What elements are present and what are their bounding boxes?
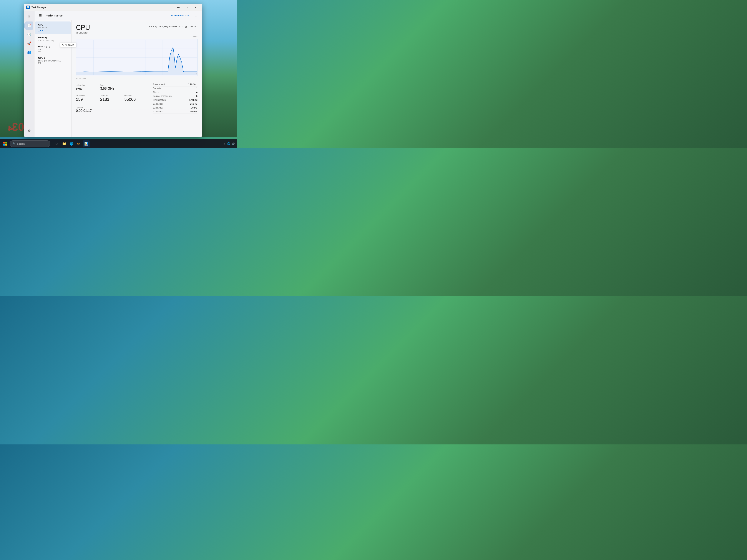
cores-value: 4 xyxy=(196,91,198,94)
l3-cache-label: L3 cache: xyxy=(153,110,163,113)
logical-processors-value: 8 xyxy=(196,95,198,98)
main-content: ☰ Performance 🖥 Run new task ... xyxy=(34,11,202,137)
content-area: CPU 6% 3.58 GHz CPU activity Memory 2.9/… xyxy=(34,20,202,137)
stats-grid: Utilization 6% Speed 3.58 GHz Processes xyxy=(76,83,149,103)
more-options-button[interactable]: ... xyxy=(193,12,199,19)
taskview-icon: ⧉ xyxy=(56,142,58,146)
cpu-graph xyxy=(76,39,197,76)
l2-cache-row: L2 cache: 1.0 MB xyxy=(153,106,198,110)
cpu-activity-tooltip: CPU activity xyxy=(60,43,72,47)
taskbar: 🔍 Search ⧉ 📁 🌐 🛍 📊 ∧ 🌐 🔊 xyxy=(0,139,237,148)
l2-cache-value: 1.0 MB xyxy=(190,106,198,109)
logical-processors-row: Logical processors: 8 xyxy=(153,94,198,98)
base-speed-label: Base speed: xyxy=(153,83,165,86)
utilization-label: Utilization xyxy=(76,84,100,86)
window-controls: ― □ ✕ xyxy=(174,4,200,10)
uptime-label: Up time xyxy=(76,106,149,108)
speed-stat: Speed 3.58 GHz xyxy=(100,83,125,93)
file-explorer-button[interactable]: 📁 xyxy=(61,140,68,147)
cpu-header: CPU % Utilization Intel(R) Core(TM) i5-8… xyxy=(76,24,198,35)
taskview-button[interactable]: ⧉ xyxy=(53,140,60,147)
start-button[interactable] xyxy=(2,141,8,147)
task-manager-taskbar-button[interactable]: 📊 xyxy=(83,140,90,147)
uptime-section: Up time 0:00:01:17 xyxy=(76,106,149,113)
resource-item-gpu[interactable]: GPU 0 Intel(R) UHD Graphics ... 1% xyxy=(35,55,71,66)
window-title: Task Manager xyxy=(31,6,173,9)
uptime-value: 0:00:01:17 xyxy=(76,109,149,113)
disk-item-sub1: SSD xyxy=(38,48,68,51)
sidebar-item-startup[interactable]: 🚀 xyxy=(25,39,33,47)
processes-value: 159 xyxy=(76,97,100,102)
resource-item-cpu[interactable]: CPU 6% 3.58 GHz xyxy=(35,22,71,34)
base-speed-row: Base speed: 1.90 GHz xyxy=(153,83,198,86)
sidebar-item-details[interactable]: ☰ xyxy=(25,57,33,65)
cpu-title-area: CPU % Utilization xyxy=(76,24,90,35)
store-button[interactable]: 🛍 xyxy=(76,140,82,147)
threads-label: Threads xyxy=(100,95,125,97)
sockets-row: Sockets: 1 xyxy=(153,86,198,90)
cpu-percent-max: 100% xyxy=(192,35,198,38)
sidebar-item-performance[interactable]: 📈 xyxy=(25,22,33,30)
volume-icon[interactable]: 🔊 xyxy=(232,142,235,145)
title-bar: 📊 Task Manager ― □ ✕ xyxy=(24,4,202,11)
logical-processors-label: Logical processors: xyxy=(153,95,172,98)
cpu-graph-container: 0 xyxy=(76,39,198,76)
gpu-item-sub1: Intel(R) UHD Graphics ... xyxy=(38,60,68,62)
gpu-item-name: GPU 0 xyxy=(38,56,68,59)
base-speed-value: 1.90 GHz xyxy=(188,83,198,86)
info-panel: Base speed: 1.90 GHz Sockets: 1 Cores: 4 xyxy=(153,83,198,114)
menu-button[interactable]: ☰ xyxy=(37,12,43,19)
cpu-item-name: CPU xyxy=(38,23,68,26)
network-icon[interactable]: 🌐 xyxy=(227,142,230,145)
close-button[interactable]: ✕ xyxy=(191,4,200,10)
virtualization-label: Virtualization: xyxy=(153,99,166,101)
system-tray: ∧ 🌐 🔊 xyxy=(224,142,235,145)
content-header: ☰ Performance 🖥 Run new task ... xyxy=(34,11,202,20)
settings-icon: ⚙ xyxy=(28,129,31,133)
window-body: ⊞ 📈 🕐 🚀 👥 ☰ ⚙ xyxy=(24,11,202,137)
sidebar: ⊞ 📈 🕐 🚀 👥 ☰ ⚙ xyxy=(24,11,34,137)
run-task-icon: 🖥 xyxy=(171,14,173,17)
cores-row: Cores: 4 xyxy=(153,90,198,94)
header-actions: 🖥 Run new task ... xyxy=(168,12,199,19)
l3-cache-row: L3 cache: 6.0 MB xyxy=(153,110,198,114)
virtualization-value: Enabled xyxy=(189,99,198,101)
speed-value: 3.58 GHz xyxy=(100,87,125,90)
sidebar-item-users[interactable]: 👥 xyxy=(25,48,33,56)
sidebar-item-processes[interactable]: ⊞ xyxy=(25,12,33,21)
edge-icon: 🌐 xyxy=(70,142,74,146)
cpu-model: Intel(R) Core(TM) i5-8350U CPU @ 1.70GHz xyxy=(149,24,198,28)
processes-icon: ⊞ xyxy=(28,15,31,19)
graph-zero-label: 0 xyxy=(196,73,197,75)
edge-browser-button[interactable]: 🌐 xyxy=(68,140,75,147)
task-manager-window: 📊 Task Manager ― □ ✕ ⊞ 📈 🕐 🚀 👥 xyxy=(24,4,202,137)
sockets-value: 1 xyxy=(196,87,198,90)
run-new-task-button[interactable]: 🖥 Run new task xyxy=(168,13,191,18)
performance-icon: 📈 xyxy=(27,24,31,28)
l1-cache-value: 256 KB xyxy=(190,103,198,105)
taskbar-search[interactable]: 🔍 Search xyxy=(10,140,50,147)
sidebar-settings[interactable]: ⚙ xyxy=(25,127,33,136)
handles-value: 55006 xyxy=(124,97,149,102)
handles-label: Handles xyxy=(124,95,149,97)
utilization-value: 6% xyxy=(76,87,100,91)
search-icon: 🔍 xyxy=(12,142,16,145)
tray-chevron[interactable]: ∧ xyxy=(224,142,226,145)
windows-logo xyxy=(3,142,7,145)
startup-icon: 🚀 xyxy=(27,41,31,45)
minimize-button[interactable]: ― xyxy=(174,4,183,10)
resource-item-memory[interactable]: Memory 2.9/7.9 GB (37%) xyxy=(35,34,71,43)
task-manager-icon: 📊 xyxy=(84,142,88,146)
utilization-stat: Utilization 6% xyxy=(76,83,100,93)
svg-marker-9 xyxy=(76,47,197,75)
resource-list: CPU 6% 3.58 GHz CPU activity Memory 2.9/… xyxy=(34,20,72,137)
graph-time-range: 60 seconds xyxy=(76,77,198,80)
gpu-item-sub2: 1% xyxy=(38,62,68,64)
sidebar-item-app-history[interactable]: 🕐 xyxy=(25,30,33,38)
sockets-label: Sockets: xyxy=(153,87,161,90)
cpu-detail-panel: CPU % Utilization Intel(R) Core(TM) i5-8… xyxy=(72,20,202,137)
memory-item-name: Memory xyxy=(38,36,68,39)
cpu-mini-graph xyxy=(38,29,44,32)
maximize-button[interactable]: □ xyxy=(183,4,191,10)
app-history-icon: 🕐 xyxy=(27,32,31,36)
